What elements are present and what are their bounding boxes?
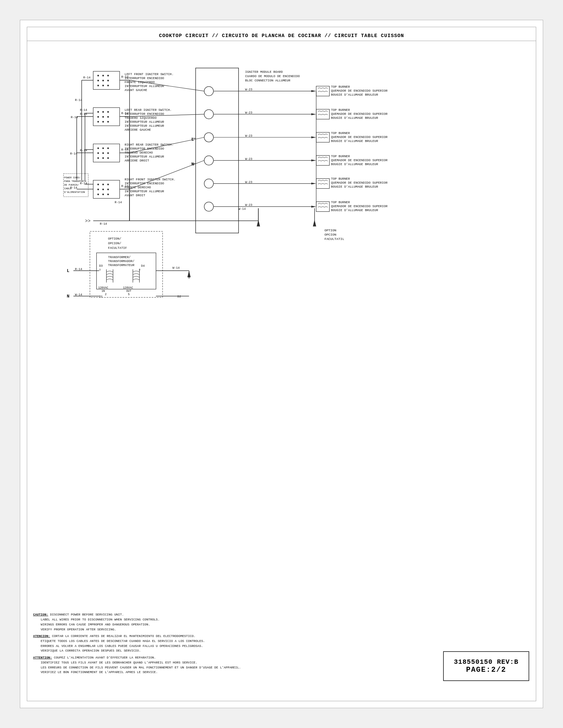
svg-text:R-14: R-14 [80, 182, 87, 185]
svg-point-112 [204, 86, 213, 96]
svg-text:INTERRUPTEUR ALLUMEUR: INTERRUPTEUR ALLUMEUR [124, 190, 164, 193]
svg-text:BLOC CONNECTION ALLUMEUR: BLOC CONNECTION ALLUMEUR [245, 79, 291, 82]
svg-point-73 [107, 189, 109, 190]
circuit-diagram: text { font-family: 'Courier New', Couri… [27, 41, 536, 484]
svg-point-6 [107, 80, 109, 81]
svg-text:D2: D2 [177, 295, 181, 298]
svg-point-30 [107, 121, 109, 123]
svg-text:POWER CORD/: POWER CORD/ [64, 176, 81, 179]
svg-text:TOP BURNER: TOP BURNER [331, 85, 350, 89]
svg-text:AVANT GAUCHE: AVANT GAUCHE [124, 88, 147, 92]
svg-text:OPCION/: OPCION/ [108, 242, 121, 245]
svg-point-27 [107, 116, 109, 118]
svg-line-123 [129, 160, 204, 189]
svg-text:R-14: R-14 [70, 152, 77, 156]
svg-point-28 [97, 121, 99, 123]
svg-text:INTERRUPTEUR ALLUMEUR: INTERRUPTEUR ALLUMEUR [124, 84, 164, 88]
svg-text:R-14: R-14 [83, 76, 91, 79]
svg-text:FACULTATIL: FACULTATIL [325, 237, 345, 241]
svg-text:QUEMADOR DE ENCENDIDO SUPERIOR: QUEMADOR DE ENCENDIDO SUPERIOR [331, 181, 388, 185]
svg-text:3: 3 [139, 268, 140, 271]
svg-text:R-14: R-14 [100, 222, 107, 226]
svg-point-55 [107, 157, 109, 159]
svg-rect-108 [196, 68, 239, 233]
svg-text:BOUGIE D'ALLUMAGE BRULEUR: BOUGIE D'ALLUMAGE BRULEUR [331, 116, 378, 120]
svg-text:TRANSFORMER/: TRANSFORMER/ [108, 255, 131, 259]
svg-text:INTERRUPTEUR ALLUMEUR: INTERRUPTEUR ALLUMEUR [124, 124, 164, 128]
page: COOKTOP CIRCUIT // CIRCUITO DE PLANCHA D… [20, 20, 543, 708]
svg-text:R-14: R-14 [121, 185, 128, 188]
svg-text:120VAC: 120VAC [98, 286, 108, 290]
svg-text:L: L [67, 268, 70, 273]
svg-point-71 [97, 189, 99, 190]
svg-text:FRENTE IZQUIERDO: FRENTE IZQUIERDO [124, 80, 155, 84]
caution-es-label: ATENCION: [33, 634, 50, 638]
svg-point-115 [204, 156, 213, 165]
svg-point-23 [102, 111, 104, 113]
svg-point-8 [102, 85, 104, 86]
caution-es: ATENCION: CORTAR LA CORRIENTE ANTES DE R… [33, 634, 419, 654]
svg-text:TOP BURNER: TOP BURNER [331, 155, 350, 158]
svg-text:RIGHT FRONT IGNITER SWITCH.: RIGHT FRONT IGNITER SWITCH. [124, 178, 175, 181]
svg-text:ARRIERE GAUCHE: ARRIERE GAUCHE [124, 128, 151, 132]
svg-point-76 [107, 194, 109, 195]
svg-text:1N: 1N [101, 290, 105, 293]
svg-text:D'ALIMENTATION: D'ALIMENTATION [64, 191, 85, 194]
svg-point-29 [102, 121, 104, 123]
svg-text:INTERRUPTOR ENCENDIDO: INTERRUPTOR ENCENDIDO [124, 112, 164, 116]
diagram-area: text { font-family: 'Courier New', Couri… [27, 41, 536, 484]
svg-point-74 [97, 194, 99, 195]
svg-text:OPTION/: OPTION/ [108, 237, 121, 241]
svg-point-116 [204, 179, 213, 188]
svg-text:R-14: R-14 [70, 186, 77, 190]
svg-text:IGNITER MODULE BOARD: IGNITER MODULE BOARD [245, 70, 283, 74]
page-number: PAGE:2/2 [466, 666, 506, 674]
svg-point-52 [107, 152, 109, 154]
svg-point-24 [107, 111, 109, 113]
svg-text:ARRIERE DROIT: ARRIERE DROIT [124, 159, 149, 162]
svg-marker-144 [311, 136, 316, 138]
caution-fr-label: ATTENTION: [33, 656, 52, 660]
svg-text:LEFT FRONT IGNITER SWITCH.: LEFT FRONT IGNITER SWITCH. [124, 72, 173, 76]
svg-point-2 [102, 75, 104, 76]
svg-text:R-14: R-14 [80, 109, 87, 112]
svg-text:D4: D4 [141, 264, 145, 268]
svg-text:RIGHT REAR IGNITER SWITCH.: RIGHT REAR IGNITER SWITCH. [124, 143, 173, 147]
svg-text:INTERRUPTOR  ENCENDIDO: INTERRUPTOR ENCENDIDO [124, 76, 164, 80]
svg-point-4 [97, 80, 99, 81]
svg-point-22 [97, 111, 99, 113]
svg-text:D3: D3 [99, 264, 103, 268]
svg-point-49 [107, 147, 109, 149]
svg-text:R-14: R-14 [121, 75, 128, 79]
svg-rect-21 [93, 108, 119, 126]
svg-text:D1: D1 [99, 295, 103, 298]
svg-point-54 [102, 157, 104, 159]
svg-text:INTERRUPTEUR ALLUMEUR: INTERRUPTEUR ALLUMEUR [124, 155, 164, 159]
caution-en: CAUTION: DISCONNECT POWER BEFORE SERVICI… [33, 613, 419, 632]
svg-text:INTERRUPTEUR ALLUMEUR: INTERRUPTEUR ALLUMEUR [124, 120, 164, 124]
svg-point-51 [102, 152, 104, 154]
svg-point-75 [102, 194, 104, 195]
svg-point-26 [102, 116, 104, 118]
svg-text:QUEMADOR DE ENCENDIDO SUPERIOR: QUEMADOR DE ENCENDIDO SUPERIOR [331, 112, 388, 116]
svg-point-48 [102, 147, 104, 149]
svg-text:TRANSFORMATEUR: TRANSFORMATEUR [108, 263, 134, 267]
svg-point-3 [107, 75, 109, 76]
svg-point-113 [204, 110, 213, 119]
svg-marker-165 [311, 205, 316, 207]
svg-text:BOUGIE D'ALLUMAGE BRULEUR: BOUGIE D'ALLUMAGE BRULEUR [331, 162, 378, 166]
svg-text:OPCION: OPCION [325, 233, 337, 237]
svg-text:QUEMADOR DE ENCENDIDO SUPERIOR: QUEMADOR DE ENCENDIDO SUPERIOR [331, 205, 388, 208]
svg-text:120VAC: 120VAC [123, 286, 133, 290]
caution-en-text: DISCONNECT POWER BEFORE SERVICING UNIT. … [33, 613, 160, 631]
svg-text:QUEMADOR DE ENCENDIDO SUPERIOR: QUEMADOR DE ENCENDIDO SUPERIOR [331, 159, 388, 162]
svg-text:TOP BURNER: TOP BURNER [331, 201, 350, 204]
svg-text:QUEMADOR DE ENCENDIDO SUPERIOR: QUEMADOR DE ENCENDIDO SUPERIOR [331, 89, 388, 93]
svg-point-69 [102, 184, 104, 185]
svg-text:R-14: R-14 [121, 112, 128, 115]
svg-text:CUARDO DE MODULO DE ENCENDIDO: CUARDO DE MODULO DE ENCENDIDO [245, 74, 300, 78]
svg-text:R-14: R-14 [75, 99, 82, 102]
svg-text:R-14: R-14 [115, 201, 122, 204]
svg-text:BOUGIE D'ALLUMAGE BRULEUR: BOUGIE D'ALLUMAGE BRULEUR [331, 139, 378, 143]
svg-point-114 [204, 133, 213, 142]
